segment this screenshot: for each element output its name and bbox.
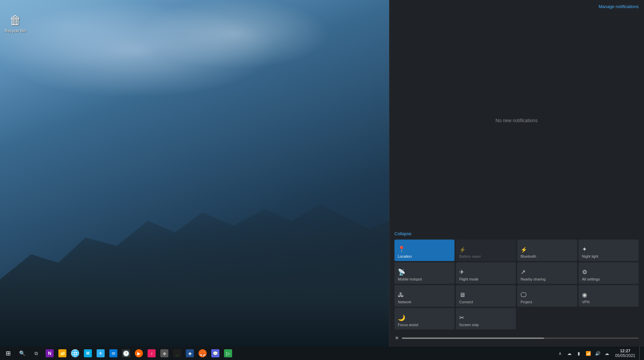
screen-snip-icon: ✂ <box>459 314 513 321</box>
taskbar-app-strawberry[interactable]: ♪ <box>146 347 158 360</box>
show-desktop-button[interactable] <box>639 347 641 360</box>
recycle-bin-image: 🗑 <box>7 12 23 29</box>
qa-project-label: Project <box>521 300 574 304</box>
tray-chevron[interactable]: ∧ <box>556 347 564 360</box>
qa-battery-saver[interactable]: ⚡ Battery saver <box>456 240 516 261</box>
tray-onedrive2[interactable]: ☁ <box>603 347 611 360</box>
quick-actions-grid: 📍 Location ⚡ Battery saver ⚡ Bluetooth ✦… <box>389 238 644 333</box>
taskbar-app-discord[interactable]: 💬 <box>209 347 221 360</box>
qa-network-label: Network <box>398 300 451 304</box>
qa-flight-mode-label: Flight mode <box>459 277 513 281</box>
recycle-bin-icon[interactable]: 🗑 Recycle Bin <box>3 12 28 33</box>
qa-project[interactable]: 🖵 Project <box>517 285 577 307</box>
qa-vpn[interactable]: ◉ VPN <box>579 285 639 307</box>
taskbar-left: ⊞ 🔍 ⧉ N 📁 🌐 M ✈ ✉ 🕐 ▶ ♪ <box>0 347 235 360</box>
qa-location-label: Location <box>398 254 451 258</box>
tray-battery[interactable]: ▮ <box>575 347 583 360</box>
taskbar-app-terminal[interactable]: _ <box>171 347 183 360</box>
start-button[interactable]: ⊞ <box>1 347 15 360</box>
qa-flight-mode[interactable]: ✈ Flight mode <box>456 262 516 284</box>
taskbar-app-malwarebytes[interactable]: M <box>82 347 94 360</box>
taskbar-app-files[interactable]: 📁 <box>56 347 68 360</box>
taskbar-app-misc1[interactable]: ◆ <box>158 347 170 360</box>
recycle-bin-label: Recycle Bin <box>5 29 26 33</box>
night-light-icon: ✦ <box>582 246 635 253</box>
qa-night-light-label: Night light <box>582 254 635 258</box>
connect-icon: 🖥 <box>459 292 513 299</box>
qa-all-settings[interactable]: ⚙ All settings <box>579 262 639 284</box>
qa-nearby-sharing[interactable]: ↗ Nearby sharing <box>517 262 577 284</box>
tray-onedrive[interactable]: ☁ <box>566 347 574 360</box>
qa-bluetooth-label: Bluetooth <box>521 254 574 258</box>
brightness-area: ☀ <box>389 333 644 347</box>
qa-location[interactable]: 📍 Location <box>394 240 454 261</box>
qa-nearby-sharing-label: Nearby sharing <box>521 277 574 281</box>
taskbar-app-firefox[interactable]: 🦊 <box>197 347 209 360</box>
mobile-hotspot-icon: 📡 <box>398 268 451 276</box>
battery-saver-icon: ⚡ <box>459 247 513 253</box>
desktop-clouds <box>0 0 389 134</box>
qa-mobile-hotspot-label: Mobile hotspot <box>398 277 451 281</box>
nearby-sharing-icon: ↗ <box>521 268 574 276</box>
taskbar-app-vlc[interactable]: ▶ <box>133 347 145 360</box>
focus-assist-icon: 🌙 <box>398 314 451 321</box>
taskbar-app-clock[interactable]: 🕐 <box>120 347 132 360</box>
clock-display[interactable]: 12:27 05/05/2021 <box>612 347 638 360</box>
tray-network[interactable]: 📶 <box>584 347 592 360</box>
taskbar-app-misc2[interactable]: ◈ <box>184 347 196 360</box>
taskbar-right: ∧ ☁ ▮ 📶 🔊 ☁ 12:27 05/05/2021 <box>556 347 644 360</box>
bluetooth-icon: ⚡ <box>521 247 574 253</box>
qa-mobile-hotspot[interactable]: 📡 Mobile hotspot <box>394 262 454 284</box>
qa-bluetooth[interactable]: ⚡ Bluetooth <box>517 240 577 261</box>
manage-notifications-link[interactable]: Manage notifications <box>389 0 644 12</box>
qa-connect-label: Connect <box>459 300 513 304</box>
taskbar-app-telegram[interactable]: ✈ <box>95 347 107 360</box>
qa-focus-assist[interactable]: 🌙 Focus assist <box>394 308 454 329</box>
desktop: 🗑 Recycle Bin <box>0 0 389 347</box>
no-notifications-text: No new notifications <box>495 118 537 123</box>
brightness-icon: ☀ <box>394 335 399 341</box>
qa-all-settings-label: All settings <box>582 277 635 281</box>
clock-date: 05/05/2021 <box>615 353 635 358</box>
taskbar-app-chrome[interactable]: 🌐 <box>69 347 81 360</box>
tray-volume[interactable]: 🔊 <box>594 347 602 360</box>
task-view-button[interactable]: ⧉ <box>30 347 43 360</box>
taskbar-app-thunderbird[interactable]: ✉ <box>107 347 119 360</box>
flight-mode-icon: ✈ <box>459 268 513 276</box>
notifications-area: No new notifications <box>389 12 644 229</box>
qa-screen-snip[interactable]: ✂ Screen snip <box>456 308 516 329</box>
taskbar-app-misc3[interactable]: ▷ <box>222 347 234 360</box>
panel-divider <box>389 0 389 347</box>
project-icon: 🖵 <box>521 292 574 299</box>
network-icon: 🖧 <box>398 292 451 299</box>
qa-network[interactable]: 🖧 Network <box>394 285 454 307</box>
qa-connect[interactable]: 🖥 Connect <box>456 285 516 307</box>
brightness-fill <box>402 338 544 339</box>
vpn-icon: ◉ <box>582 291 635 299</box>
qa-screen-snip-label: Screen snip <box>459 323 513 327</box>
all-settings-icon: ⚙ <box>582 268 635 276</box>
brightness-slider[interactable] <box>402 338 639 339</box>
qa-focus-assist-label: Focus assist <box>398 323 451 327</box>
taskbar-app-onenote[interactable]: N <box>44 347 56 360</box>
action-center: Manage notifications No new notification… <box>389 0 644 347</box>
collapse-button[interactable]: Collapse <box>389 229 644 238</box>
qa-night-light[interactable]: ✦ Night light <box>579 240 639 261</box>
qa-vpn-label: VPN <box>582 300 635 304</box>
taskbar: ⊞ 🔍 ⧉ N 📁 🌐 M ✈ ✉ 🕐 ▶ ♪ <box>0 347 644 360</box>
qa-battery-saver-label: Battery saver <box>459 254 513 258</box>
location-icon: 📍 <box>398 246 451 253</box>
clock-time: 12:27 <box>620 349 631 353</box>
search-button[interactable]: 🔍 <box>15 347 29 360</box>
